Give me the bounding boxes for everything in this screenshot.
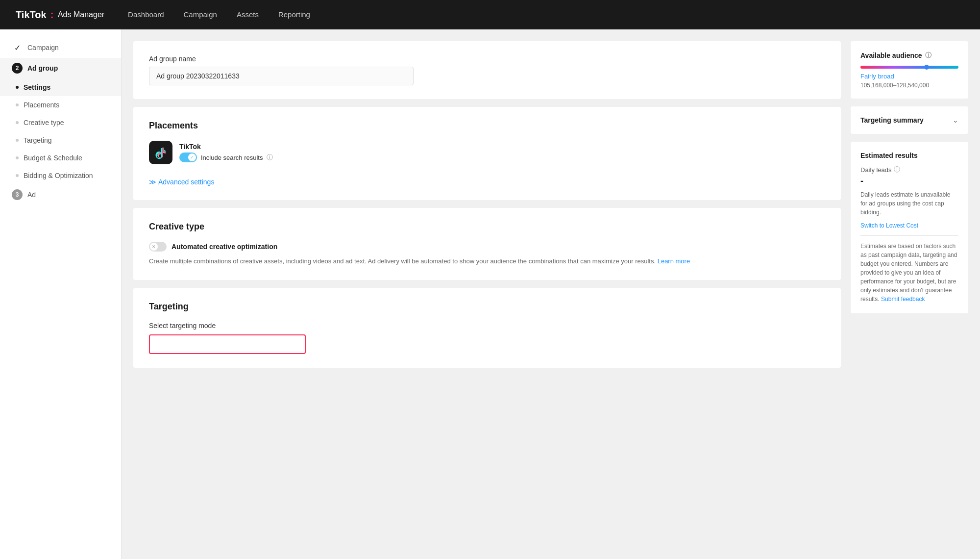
sidebar-item-bidding[interactable]: Bidding & Optimization [0, 167, 121, 184]
adgroup-name-label: Ad group name [149, 55, 825, 63]
nav-assets[interactable]: Assets [237, 10, 259, 19]
help-icon-leads[interactable]: ⓘ [894, 165, 900, 174]
sidebar: ✓ Campaign 2 Ad group Settings Placement… [0, 29, 122, 559]
sidebar-item-adgroup[interactable]: 2 Ad group [0, 58, 121, 78]
placements-heading: Placements [149, 121, 825, 131]
toggle-off-knob: ✕ [150, 243, 158, 251]
sidebar-label-creative-type: Creative type [24, 119, 64, 127]
nav-reporting[interactable]: Reporting [278, 10, 310, 19]
submit-feedback-link[interactable]: Submit feedback [881, 296, 925, 303]
creative-description: Create multiple combinations of creative… [149, 256, 825, 266]
sidebar-item-campaign[interactable]: ✓ Campaign [0, 37, 121, 58]
content-area: Ad group name Placements [122, 29, 980, 380]
dot-budget [16, 156, 19, 159]
dot-settings [16, 86, 19, 89]
unavailable-note: Daily leads estimate is unavailable for … [860, 190, 958, 217]
sidebar-label-ad: Ad [27, 191, 36, 199]
targeting-summary-title: Targeting summary [860, 116, 924, 124]
brand-subtitle: Ads Manager [58, 10, 104, 19]
help-icon-search[interactable]: ⓘ [267, 153, 273, 162]
daily-leads-value: - [860, 176, 958, 186]
switch-lowest-cost-link[interactable]: Switch to Lowest Cost [860, 222, 918, 229]
main-content: Ad group name Placements [122, 29, 980, 559]
estimate-footer-note: Estimates are based on factors such as p… [860, 242, 958, 304]
toggle-label: Include search results [201, 154, 263, 161]
sidebar-label-budget: Budget & Schedule [24, 154, 82, 162]
sidebar-label-placements: Placements [24, 101, 59, 109]
brand-logo: TikTok : Ads Manager [16, 8, 104, 21]
audience-bar [860, 66, 958, 69]
step-badge-ad: 3 [12, 189, 23, 200]
sidebar-item-settings[interactable]: Settings [0, 78, 121, 96]
placement-tiktok: TikTok ✓ Include search results ⓘ [149, 141, 825, 164]
step-badge-adgroup: 2 [12, 63, 23, 74]
estimated-results-title: Estimated results [860, 152, 958, 159]
targeting-card: Targeting Select targeting mode [133, 288, 841, 368]
brand-name: TikTok [16, 9, 47, 21]
app-layout: ✓ Campaign 2 Ad group Settings Placement… [0, 29, 980, 559]
estimated-results-card: Estimated results Daily leads ⓘ - Daily … [851, 142, 968, 313]
available-audience-card: Available audience ⓘ Fairly broad 105,16… [851, 41, 968, 99]
sections-column: Ad group name Placements [133, 41, 841, 368]
nav-links: Dashboard Campaign Assets Reporting [128, 10, 310, 19]
adgroup-name-input[interactable] [149, 67, 414, 85]
creative-toggle-label: Automated creative optimization [172, 243, 277, 251]
nav-campaign[interactable]: Campaign [184, 10, 217, 19]
divider [860, 235, 958, 236]
audience-range: 105,168,000–128,540,000 [860, 82, 958, 89]
top-navigation: TikTok : Ads Manager Dashboard Campaign … [0, 0, 980, 29]
creative-type-heading: Creative type [149, 222, 825, 232]
targeting-summary-card: Targeting summary ⌄ [851, 106, 968, 134]
check-icon: ✓ [12, 42, 23, 53]
sidebar-item-budget-schedule[interactable]: Budget & Schedule [0, 149, 121, 167]
advanced-settings-link[interactable]: ≫ Advanced settings [149, 170, 825, 186]
adgroup-name-card: Ad group name [133, 41, 841, 99]
brand-dot: : [50, 8, 54, 21]
advanced-settings-label: Advanced settings [158, 178, 214, 186]
placements-card: Placements TikTok [133, 107, 841, 200]
targeting-summary-header: Targeting summary ⌄ [860, 116, 958, 124]
right-panel: Available audience ⓘ Fairly broad 105,16… [851, 41, 968, 368]
dot-targeting [16, 139, 19, 142]
sidebar-item-creative-type[interactable]: Creative type [0, 114, 121, 131]
dot-placements [16, 103, 19, 106]
creative-optimization-toggle[interactable]: ✕ [149, 242, 167, 252]
creative-toggle-row: ✕ Automated creative optimization [149, 242, 825, 252]
creative-type-card: Creative type ✕ Automated creative optim… [133, 208, 841, 280]
chevron-down-icon[interactable]: ⌄ [953, 116, 958, 124]
audience-indicator [924, 65, 929, 70]
learn-more-link[interactable]: Learn more [658, 257, 690, 265]
search-results-toggle[interactable]: ✓ [179, 152, 197, 162]
dot-bidding [16, 174, 19, 177]
dot-creative-type [16, 121, 19, 124]
targeting-mode-select[interactable] [149, 334, 306, 354]
audience-status: Fairly broad [860, 73, 958, 80]
tiktok-logo-box [149, 141, 172, 164]
search-results-toggle-row: ✓ Include search results ⓘ [179, 152, 273, 162]
advanced-icon: ≫ [149, 178, 156, 186]
sidebar-item-placements[interactable]: Placements [0, 96, 121, 114]
daily-leads-label: Daily leads ⓘ [860, 165, 958, 174]
sidebar-item-ad[interactable]: 3 Ad [0, 184, 121, 205]
platform-name: TikTok [179, 143, 273, 151]
sidebar-label-targeting: Targeting [24, 136, 52, 144]
sidebar-item-targeting[interactable]: Targeting [0, 131, 121, 149]
toggle-knob: ✓ [188, 153, 196, 161]
audience-bar-container [860, 66, 958, 69]
nav-dashboard[interactable]: Dashboard [128, 10, 164, 19]
tiktok-logo-svg [154, 146, 168, 159]
targeting-mode-label: Select targeting mode [149, 322, 825, 330]
available-audience-title: Available audience ⓘ [860, 51, 958, 60]
sidebar-label-campaign: Campaign [27, 44, 59, 51]
sidebar-label-adgroup: Ad group [27, 64, 58, 72]
sidebar-label-bidding: Bidding & Optimization [24, 172, 93, 179]
help-icon-audience[interactable]: ⓘ [925, 51, 931, 60]
sidebar-label-settings: Settings [24, 83, 50, 91]
targeting-heading: Targeting [149, 302, 825, 312]
